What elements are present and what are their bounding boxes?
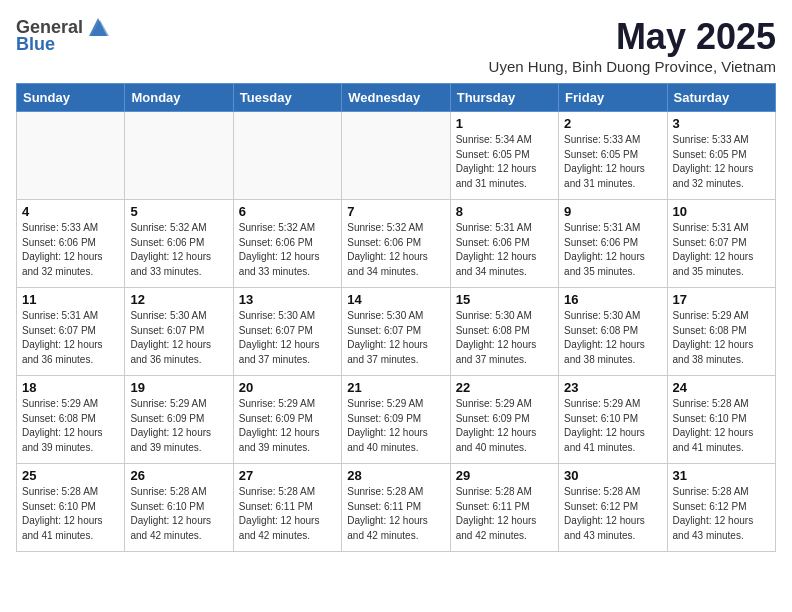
calendar-cell: 21Sunrise: 5:29 AM Sunset: 6:09 PM Dayli… bbox=[342, 376, 450, 464]
calendar-cell: 28Sunrise: 5:28 AM Sunset: 6:11 PM Dayli… bbox=[342, 464, 450, 552]
calendar-week-1: 1Sunrise: 5:34 AM Sunset: 6:05 PM Daylig… bbox=[17, 112, 776, 200]
day-number: 28 bbox=[347, 468, 444, 483]
calendar-cell bbox=[125, 112, 233, 200]
calendar-cell: 1Sunrise: 5:34 AM Sunset: 6:05 PM Daylig… bbox=[450, 112, 558, 200]
day-number: 1 bbox=[456, 116, 553, 131]
calendar-cell: 7Sunrise: 5:32 AM Sunset: 6:06 PM Daylig… bbox=[342, 200, 450, 288]
calendar-cell: 25Sunrise: 5:28 AM Sunset: 6:10 PM Dayli… bbox=[17, 464, 125, 552]
day-number: 15 bbox=[456, 292, 553, 307]
day-info: Sunrise: 5:30 AM Sunset: 6:07 PM Dayligh… bbox=[347, 309, 444, 367]
day-number: 12 bbox=[130, 292, 227, 307]
calendar-cell: 19Sunrise: 5:29 AM Sunset: 6:09 PM Dayli… bbox=[125, 376, 233, 464]
day-info: Sunrise: 5:29 AM Sunset: 6:09 PM Dayligh… bbox=[239, 397, 336, 455]
day-info: Sunrise: 5:29 AM Sunset: 6:10 PM Dayligh… bbox=[564, 397, 661, 455]
day-info: Sunrise: 5:30 AM Sunset: 6:07 PM Dayligh… bbox=[239, 309, 336, 367]
day-info: Sunrise: 5:28 AM Sunset: 6:11 PM Dayligh… bbox=[239, 485, 336, 543]
day-header-sunday: Sunday bbox=[17, 84, 125, 112]
day-number: 5 bbox=[130, 204, 227, 219]
day-info: Sunrise: 5:32 AM Sunset: 6:06 PM Dayligh… bbox=[347, 221, 444, 279]
day-number: 31 bbox=[673, 468, 770, 483]
calendar-cell: 13Sunrise: 5:30 AM Sunset: 6:07 PM Dayli… bbox=[233, 288, 341, 376]
day-info: Sunrise: 5:33 AM Sunset: 6:05 PM Dayligh… bbox=[564, 133, 661, 191]
calendar-cell: 10Sunrise: 5:31 AM Sunset: 6:07 PM Dayli… bbox=[667, 200, 775, 288]
day-info: Sunrise: 5:28 AM Sunset: 6:12 PM Dayligh… bbox=[564, 485, 661, 543]
calendar-cell: 4Sunrise: 5:33 AM Sunset: 6:06 PM Daylig… bbox=[17, 200, 125, 288]
day-number: 10 bbox=[673, 204, 770, 219]
day-info: Sunrise: 5:33 AM Sunset: 6:05 PM Dayligh… bbox=[673, 133, 770, 191]
calendar-cell: 6Sunrise: 5:32 AM Sunset: 6:06 PM Daylig… bbox=[233, 200, 341, 288]
day-info: Sunrise: 5:31 AM Sunset: 6:07 PM Dayligh… bbox=[22, 309, 119, 367]
day-number: 23 bbox=[564, 380, 661, 395]
day-number: 2 bbox=[564, 116, 661, 131]
day-number: 14 bbox=[347, 292, 444, 307]
logo: General Blue bbox=[16, 16, 111, 55]
calendar-cell: 8Sunrise: 5:31 AM Sunset: 6:06 PM Daylig… bbox=[450, 200, 558, 288]
day-number: 20 bbox=[239, 380, 336, 395]
day-info: Sunrise: 5:29 AM Sunset: 6:09 PM Dayligh… bbox=[456, 397, 553, 455]
calendar-cell bbox=[233, 112, 341, 200]
calendar-table: SundayMondayTuesdayWednesdayThursdayFrid… bbox=[16, 83, 776, 552]
calendar-cell bbox=[17, 112, 125, 200]
calendar-cell: 22Sunrise: 5:29 AM Sunset: 6:09 PM Dayli… bbox=[450, 376, 558, 464]
calendar-cell: 23Sunrise: 5:29 AM Sunset: 6:10 PM Dayli… bbox=[559, 376, 667, 464]
calendar-cell bbox=[342, 112, 450, 200]
calendar-cell: 5Sunrise: 5:32 AM Sunset: 6:06 PM Daylig… bbox=[125, 200, 233, 288]
day-info: Sunrise: 5:29 AM Sunset: 6:09 PM Dayligh… bbox=[130, 397, 227, 455]
day-info: Sunrise: 5:34 AM Sunset: 6:05 PM Dayligh… bbox=[456, 133, 553, 191]
day-header-saturday: Saturday bbox=[667, 84, 775, 112]
day-number: 21 bbox=[347, 380, 444, 395]
day-info: Sunrise: 5:28 AM Sunset: 6:10 PM Dayligh… bbox=[673, 397, 770, 455]
calendar-week-5: 25Sunrise: 5:28 AM Sunset: 6:10 PM Dayli… bbox=[17, 464, 776, 552]
day-number: 7 bbox=[347, 204, 444, 219]
calendar-cell: 15Sunrise: 5:30 AM Sunset: 6:08 PM Dayli… bbox=[450, 288, 558, 376]
calendar-cell: 16Sunrise: 5:30 AM Sunset: 6:08 PM Dayli… bbox=[559, 288, 667, 376]
day-number: 16 bbox=[564, 292, 661, 307]
calendar-cell: 3Sunrise: 5:33 AM Sunset: 6:05 PM Daylig… bbox=[667, 112, 775, 200]
day-number: 13 bbox=[239, 292, 336, 307]
calendar-title: May 2025 bbox=[489, 16, 776, 58]
day-number: 22 bbox=[456, 380, 553, 395]
day-number: 18 bbox=[22, 380, 119, 395]
calendar-cell: 26Sunrise: 5:28 AM Sunset: 6:10 PM Dayli… bbox=[125, 464, 233, 552]
day-info: Sunrise: 5:30 AM Sunset: 6:08 PM Dayligh… bbox=[456, 309, 553, 367]
day-number: 25 bbox=[22, 468, 119, 483]
calendar-cell: 9Sunrise: 5:31 AM Sunset: 6:06 PM Daylig… bbox=[559, 200, 667, 288]
day-info: Sunrise: 5:29 AM Sunset: 6:09 PM Dayligh… bbox=[347, 397, 444, 455]
day-number: 6 bbox=[239, 204, 336, 219]
day-number: 27 bbox=[239, 468, 336, 483]
day-info: Sunrise: 5:28 AM Sunset: 6:10 PM Dayligh… bbox=[130, 485, 227, 543]
day-number: 19 bbox=[130, 380, 227, 395]
day-info: Sunrise: 5:30 AM Sunset: 6:08 PM Dayligh… bbox=[564, 309, 661, 367]
day-header-tuesday: Tuesday bbox=[233, 84, 341, 112]
day-number: 24 bbox=[673, 380, 770, 395]
day-info: Sunrise: 5:29 AM Sunset: 6:08 PM Dayligh… bbox=[673, 309, 770, 367]
day-number: 30 bbox=[564, 468, 661, 483]
calendar-week-4: 18Sunrise: 5:29 AM Sunset: 6:08 PM Dayli… bbox=[17, 376, 776, 464]
day-info: Sunrise: 5:30 AM Sunset: 6:07 PM Dayligh… bbox=[130, 309, 227, 367]
day-info: Sunrise: 5:31 AM Sunset: 6:06 PM Dayligh… bbox=[564, 221, 661, 279]
day-number: 26 bbox=[130, 468, 227, 483]
calendar-cell: 30Sunrise: 5:28 AM Sunset: 6:12 PM Dayli… bbox=[559, 464, 667, 552]
day-number: 17 bbox=[673, 292, 770, 307]
day-info: Sunrise: 5:32 AM Sunset: 6:06 PM Dayligh… bbox=[130, 221, 227, 279]
day-info: Sunrise: 5:28 AM Sunset: 6:11 PM Dayligh… bbox=[347, 485, 444, 543]
day-number: 3 bbox=[673, 116, 770, 131]
calendar-subtitle: Uyen Hung, Binh Duong Province, Vietnam bbox=[489, 58, 776, 75]
day-number: 4 bbox=[22, 204, 119, 219]
calendar-cell: 29Sunrise: 5:28 AM Sunset: 6:11 PM Dayli… bbox=[450, 464, 558, 552]
day-info: Sunrise: 5:33 AM Sunset: 6:06 PM Dayligh… bbox=[22, 221, 119, 279]
calendar-week-3: 11Sunrise: 5:31 AM Sunset: 6:07 PM Dayli… bbox=[17, 288, 776, 376]
day-info: Sunrise: 5:29 AM Sunset: 6:08 PM Dayligh… bbox=[22, 397, 119, 455]
day-number: 9 bbox=[564, 204, 661, 219]
day-info: Sunrise: 5:31 AM Sunset: 6:07 PM Dayligh… bbox=[673, 221, 770, 279]
title-block: May 2025 Uyen Hung, Binh Duong Province,… bbox=[489, 16, 776, 75]
page-header: General Blue May 2025 Uyen Hung, Binh Du… bbox=[16, 16, 776, 75]
day-number: 8 bbox=[456, 204, 553, 219]
day-header-friday: Friday bbox=[559, 84, 667, 112]
day-info: Sunrise: 5:28 AM Sunset: 6:10 PM Dayligh… bbox=[22, 485, 119, 543]
calendar-cell: 18Sunrise: 5:29 AM Sunset: 6:08 PM Dayli… bbox=[17, 376, 125, 464]
day-number: 29 bbox=[456, 468, 553, 483]
calendar-cell: 31Sunrise: 5:28 AM Sunset: 6:12 PM Dayli… bbox=[667, 464, 775, 552]
day-info: Sunrise: 5:28 AM Sunset: 6:12 PM Dayligh… bbox=[673, 485, 770, 543]
day-header-thursday: Thursday bbox=[450, 84, 558, 112]
